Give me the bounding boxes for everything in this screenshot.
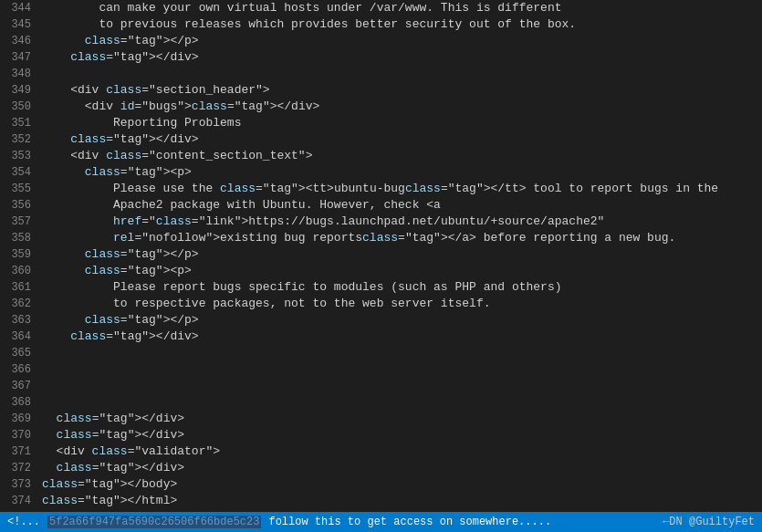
line-number: 354 (0, 164, 31, 181)
line-number: 348 (0, 66, 31, 82)
code-line (42, 378, 762, 394)
line-number: 359 (0, 246, 31, 263)
code-line: class="tag"><p> (42, 263, 762, 279)
line-number: 360 (0, 263, 31, 279)
code-line (42, 66, 762, 82)
code-line: class="tag"></p> (42, 246, 762, 263)
code-line: Reporting Problems (42, 115, 762, 131)
status-right: ←DN @GuiltyFet (663, 516, 755, 528)
code-line: rel="nofollow">existing bug reportsclass… (42, 230, 762, 246)
status-bar: <!...5f2a66f947fa5690c26506f66bde5c23 fo… (0, 512, 762, 532)
line-number: 365 (0, 345, 31, 361)
line-number: 351 (0, 115, 31, 131)
code-line: to previous releases which provides bett… (42, 16, 762, 33)
code-line: class="tag"></p> (42, 33, 762, 49)
code-line: <div id="bugs">class="tag"></div> (42, 99, 762, 115)
status-text: follow this to get access on somewhere..… (268, 516, 551, 528)
code-line: to respective packages, not to the web s… (42, 296, 762, 312)
code-line (42, 345, 762, 361)
code-line (42, 361, 762, 378)
status-prefix: <!... (7, 516, 40, 528)
line-number: 364 (0, 329, 31, 345)
editor-container: 3443453463473483493503513523533543553563… (0, 0, 762, 532)
line-number: 368 (0, 394, 31, 411)
line-number: 369 (0, 411, 31, 427)
code-line: class="tag"></div> (42, 460, 762, 476)
line-number: 353 (0, 148, 31, 164)
line-number: 352 (0, 131, 31, 148)
line-number: 373 (0, 476, 31, 493)
code-lines[interactable]: can make your own virtual hosts under /v… (38, 0, 762, 512)
code-line: <div class="content_section_text"> (42, 148, 762, 164)
line-number: 356 (0, 197, 31, 214)
code-line: class="tag"></html> (42, 493, 762, 509)
code-line: href="class="link">https://bugs.launchpa… (42, 214, 762, 230)
code-line: class="tag"></div> (42, 131, 762, 148)
line-number: 371 (0, 443, 31, 460)
code-line: class="tag"></div> (42, 427, 762, 443)
line-number: 350 (0, 99, 31, 115)
line-number: 347 (0, 49, 31, 66)
code-area: 3443453463473483493503513523533543553563… (0, 0, 762, 512)
line-numbers: 3443453463473483493503513523533543553563… (0, 0, 38, 512)
line-number: 355 (0, 181, 31, 197)
code-line: Apache2 package with Ubuntu. However, ch… (42, 197, 762, 214)
line-number: 345 (0, 16, 31, 33)
line-number: 358 (0, 230, 31, 246)
code-line: class="tag"></div> (42, 411, 762, 427)
code-line: class="tag"></body> (42, 476, 762, 493)
line-number: 361 (0, 279, 31, 296)
code-line: class="tag"></p> (42, 312, 762, 329)
line-number: 346 (0, 33, 31, 49)
code-line: Please report bugs specific to modules (… (42, 279, 762, 296)
code-line: class="tag"><p> (42, 164, 762, 181)
line-number: 363 (0, 312, 31, 329)
code-line: class="tag"></div> (42, 329, 762, 345)
line-number: 372 (0, 460, 31, 476)
code-line: <div class="validator"> (42, 443, 762, 460)
line-number: 349 (0, 82, 31, 99)
code-line (42, 394, 762, 411)
line-number: 344 (0, 0, 31, 16)
line-number: 366 (0, 361, 31, 378)
line-number: 367 (0, 378, 31, 394)
code-line: can make your own virtual hosts under /v… (42, 0, 762, 16)
line-number: 357 (0, 214, 31, 230)
line-number: 374 (0, 493, 31, 509)
code-line: Please use the class="tag"><tt>ubuntu-bu… (42, 181, 762, 197)
code-line: class="tag"></div> (42, 49, 762, 66)
line-number: 370 (0, 427, 31, 443)
hash-highlight: 5f2a66f947fa5690c26506f66bde5c23 (47, 516, 261, 528)
line-number: 362 (0, 296, 31, 312)
code-line: <div class="section_header"> (42, 82, 762, 99)
